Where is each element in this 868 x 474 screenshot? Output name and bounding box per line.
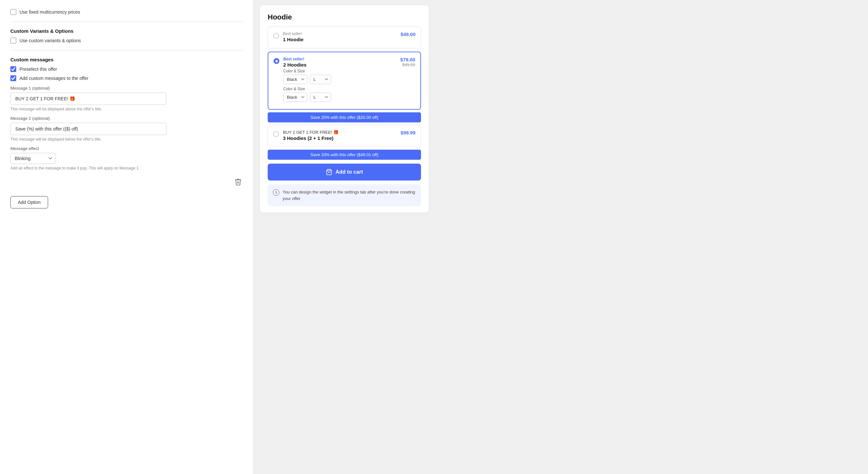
option1-badge: Best seller!	[283, 32, 389, 36]
custom-variants-section: Custom Variants & Options Use custom var…	[10, 28, 243, 43]
option-content-1: Best seller! 1 Hoodie	[283, 32, 389, 43]
add-custom-messages-row: Add custom messages to the offer	[10, 75, 243, 81]
trash-icon	[235, 178, 241, 185]
left-panel: Use fixed multicurrency prices Custom Va…	[0, 0, 253, 474]
add-to-cart-label: Add to cart	[336, 169, 363, 175]
option1-price: $49.00	[401, 32, 415, 37]
variant-row-1: Color & Size Black White Red Blue XS S	[283, 69, 389, 84]
message2-label: Message 2 (optional)	[10, 116, 243, 121]
cart-icon	[326, 169, 332, 175]
widget-title: Hoodie	[268, 13, 421, 22]
add-custom-messages-label: Add custom messages to the offer	[20, 76, 88, 81]
custom-variants-title: Custom Variants & Options	[10, 28, 243, 34]
size-select-1[interactable]: XS S M L XL XXL	[310, 75, 331, 84]
option1-name: 1 Hoodie	[283, 37, 389, 42]
add-custom-messages-checkbox[interactable]	[10, 75, 16, 81]
option2-price-original: $99.00	[402, 62, 415, 67]
divider-1	[10, 22, 243, 22]
variant-row-2: Color & Size Black White Red Blue XS S	[283, 87, 389, 102]
info-box: i You can design the widget in the setti…	[268, 184, 421, 206]
message2-helper: This message will be displayed below the…	[10, 137, 243, 141]
custom-messages-title: Custom messages	[10, 57, 243, 62]
option-content-2: Best seller! 2 Hoodies Color & Size Blac…	[283, 57, 389, 105]
radio-3[interactable]	[273, 131, 279, 137]
bottom-actions	[10, 170, 243, 188]
message1-helper: This message will be displayed above the…	[10, 107, 243, 111]
color-select-2[interactable]: Black White Red Blue	[283, 93, 307, 102]
option1-price-col: $49.00	[393, 32, 415, 37]
save-badge-3-wrap: Save 33% with this offer ($49.01 off)	[268, 150, 421, 160]
info-text: You can design the widget in the setting…	[283, 189, 416, 202]
multicurrency-checkbox[interactable]	[10, 9, 16, 15]
preselect-checkbox[interactable]	[10, 66, 16, 72]
custom-variants-label: Use custom variants & options	[20, 38, 81, 43]
option2-name: 2 Hoodies	[283, 62, 389, 68]
radio-2[interactable]	[274, 58, 279, 64]
page-layout: Use fixed multicurrency prices Custom Va…	[0, 0, 868, 474]
option-row-3[interactable]: BUY 2 GET 1 FOR FREE! 🎁 3 Hoodies (2 + 1…	[268, 125, 421, 147]
option3-name: 3 Hoodies (2 + 1 Free)	[283, 135, 389, 141]
variant-selects-2: Black White Red Blue XS S M L XL	[283, 93, 389, 102]
option2-price: $79.00	[400, 57, 415, 62]
option-row-2[interactable]: Best seller! 2 Hoodies Color & Size Blac…	[268, 52, 421, 110]
info-icon: i	[273, 189, 279, 196]
radio-1[interactable]	[273, 33, 279, 39]
add-to-cart-button[interactable]: Add to cart	[268, 164, 421, 180]
variant-label-1: Color & Size	[283, 69, 389, 73]
message2-input[interactable]	[10, 123, 166, 135]
size-select-2[interactable]: XS S M L XL XXL	[310, 93, 331, 102]
right-panel: Hoodie Best seller! 1 Hoodie $49.00 Best…	[253, 0, 435, 474]
custom-messages-section: Custom messages Preselect this offer Add…	[10, 57, 243, 170]
variant-label-2: Color & Size	[283, 87, 389, 91]
widget-card: Hoodie Best seller! 1 Hoodie $49.00 Best…	[260, 5, 429, 213]
save-badge-3: Save 33% with this offer ($49.01 off)	[268, 150, 421, 160]
message-effect-row: None Blinking Pulsing Shaking	[10, 153, 243, 164]
message-effect-label: Message effect	[10, 146, 243, 151]
option2-badge: Best seller!	[283, 57, 389, 61]
message1-input[interactable]	[10, 93, 166, 105]
add-option-button[interactable]: Add Option	[10, 196, 48, 208]
custom-variants-checkbox[interactable]	[10, 38, 16, 43]
option3-main-row: BUY 2 GET 1 FOR FREE! 🎁 3 Hoodies (2 + 1…	[273, 130, 415, 142]
preselect-label: Preselect this offer	[20, 67, 57, 72]
message-effect-select[interactable]: None Blinking Pulsing Shaking	[10, 153, 56, 164]
option2-price-col: $79.00 $99.00	[393, 57, 415, 67]
custom-variants-row: Use custom variants & options	[10, 38, 243, 43]
message-effect-helper: Add an effect to the message to make it …	[10, 166, 243, 170]
option3-price-col: $99.99	[393, 130, 415, 135]
delete-button[interactable]	[234, 177, 243, 188]
option3-price: $99.99	[401, 130, 415, 135]
message1-label: Message 1 (optional)	[10, 86, 243, 91]
option3-badge-msg: BUY 2 GET 1 FOR FREE! 🎁	[283, 130, 389, 135]
option-row-1[interactable]: Best seller! 1 Hoodie $49.00	[268, 27, 421, 48]
color-select-1[interactable]: Black White Red Blue	[283, 75, 307, 84]
option-content-3: BUY 2 GET 1 FOR FREE! 🎁 3 Hoodies (2 + 1…	[283, 130, 389, 142]
preselect-row: Preselect this offer	[10, 66, 243, 72]
save-badge-2: Save 20% with this offer ($20.00 off)	[268, 112, 421, 123]
save-badge-2-wrap: Save 20% with this offer ($20.00 off)	[268, 112, 421, 123]
multicurrency-row: Use fixed multicurrency prices	[10, 9, 243, 15]
variant-selects-1: Black White Red Blue XS S M L XL	[283, 75, 389, 84]
multicurrency-label: Use fixed multicurrency prices	[20, 9, 80, 14]
